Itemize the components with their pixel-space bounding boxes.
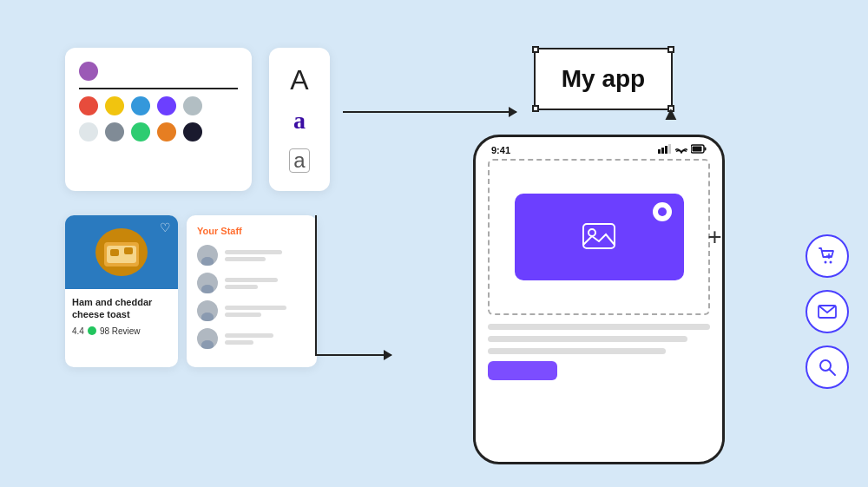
svg-point-15 [830, 261, 832, 264]
staff-avatar-4 [197, 328, 218, 349]
rating-value: 4.4 [72, 326, 84, 336]
palette-row-2 [79, 96, 238, 115]
staff-avatar-3 [197, 300, 218, 321]
staff-card: Your Staff [187, 215, 317, 367]
food-title: Ham and cheddar cheese toast [72, 296, 171, 321]
svg-rect-3 [124, 247, 133, 254]
svg-point-8 [681, 151, 682, 153]
sidebar-icons [806, 234, 849, 389]
search-button[interactable] [806, 346, 849, 389]
staff-row-4 [197, 328, 306, 349]
phone-content: + [476, 159, 722, 380]
color-circle-yellow [105, 96, 124, 115]
arrow-horizontal-bottom [315, 354, 391, 356]
svg-rect-11 [693, 147, 702, 152]
svg-rect-6 [665, 146, 667, 154]
staff-title: Your Staff [197, 226, 306, 236]
color-circle-green [131, 122, 150, 141]
color-circle-red [79, 96, 98, 115]
rating-dot [88, 326, 96, 335]
typography-card: A a a [269, 48, 330, 191]
color-circle-lightgray [183, 96, 202, 115]
food-svg [100, 235, 143, 270]
phone-time: 9:41 [491, 145, 510, 155]
phone-text-line-2 [488, 336, 687, 342]
color-circle-silver [79, 122, 98, 141]
staff-lines-3 [225, 306, 306, 317]
food-card: ♡ Ham and cheddar cheese toast 4.4 98 Re… [65, 215, 178, 367]
search-icon [818, 358, 837, 377]
cursor-arrow: ▲ [661, 102, 681, 125]
staff-lines-1 [225, 250, 306, 261]
signal-icon [658, 144, 672, 155]
color-circle-indigo [157, 96, 176, 115]
svg-point-14 [825, 261, 827, 264]
typo-serif-a: a [293, 109, 306, 133]
phone-fav-inner [658, 207, 667, 216]
typo-sans-a: a [289, 148, 309, 173]
food-image: ♡ [65, 215, 178, 289]
color-circle-orange [157, 122, 176, 141]
phone-dashed-area: + [488, 159, 710, 315]
phone-text-line-1 [488, 324, 710, 330]
svg-rect-7 [668, 144, 671, 154]
color-circle-gray [105, 122, 124, 141]
palette-divider [79, 88, 238, 89]
phone-image-card-wrapper: + [515, 194, 684, 280]
phone-status-icons [658, 144, 707, 155]
wifi-icon [675, 144, 687, 155]
handle-top-left [532, 46, 539, 53]
mail-icon [818, 305, 837, 319]
color-circle-purple [79, 62, 98, 81]
mail-button[interactable] [806, 290, 849, 333]
svg-rect-5 [661, 148, 664, 154]
review-count: 98 Review [100, 326, 141, 336]
myapp-label-box[interactable]: My app [534, 48, 673, 110]
staff-row-2 [197, 273, 306, 293]
plus-icon: + [707, 223, 721, 251]
phone-status-bar: 9:41 [476, 137, 722, 159]
svg-rect-12 [583, 224, 615, 248]
image-placeholder-icon [582, 222, 616, 253]
svg-rect-4 [658, 149, 661, 154]
palette-row-3 [79, 122, 238, 141]
color-circle-dark [183, 122, 202, 141]
cart-icon [818, 247, 837, 266]
cart-button[interactable] [806, 234, 849, 278]
arrow-vertical [315, 215, 317, 356]
staff-row-3 [197, 300, 306, 321]
myapp-text: My app [562, 65, 645, 93]
staff-lines-2 [225, 278, 306, 289]
food-thumbnail [95, 228, 148, 276]
food-info: Ham and cheddar cheese toast 4.4 98 Revi… [65, 289, 178, 339]
svg-rect-2 [110, 249, 119, 256]
battery-icon [691, 144, 707, 155]
phone-text-line-3 [488, 348, 666, 354]
staff-avatar-2 [197, 273, 218, 293]
svg-rect-10 [705, 148, 707, 151]
favorite-icon[interactable]: ♡ [160, 220, 171, 234]
staff-lines-4 [225, 333, 306, 345]
color-circle-blue [131, 96, 150, 115]
staff-row-1 [197, 245, 306, 266]
food-rating: 4.4 98 Review [72, 326, 171, 336]
phone-action-button[interactable] [488, 361, 557, 380]
typo-uppercase-a: A [290, 66, 308, 94]
arrow-horizontal [343, 111, 516, 113]
svg-line-20 [830, 370, 836, 376]
handle-top-right [667, 46, 674, 53]
phone-frame: 9:41 [473, 135, 725, 464]
phone-image-card [515, 194, 684, 280]
phone-fav-icon [653, 202, 672, 221]
staff-avatar-1 [197, 245, 218, 266]
palette-card [65, 48, 252, 191]
handle-bottom-left [532, 105, 539, 112]
